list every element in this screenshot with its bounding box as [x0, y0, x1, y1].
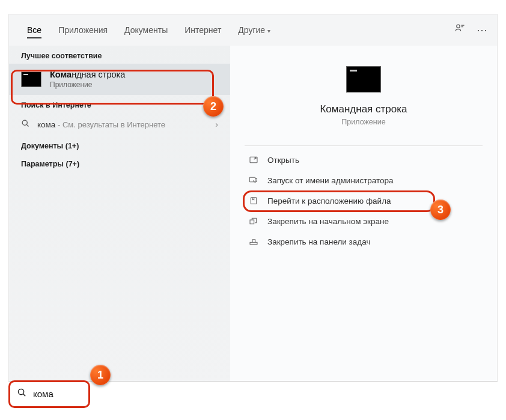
feedback-icon[interactable] — [454, 22, 466, 37]
svg-rect-4 — [249, 177, 255, 181]
web-result-text: кома - См. результаты в Интернете — [37, 120, 165, 129]
detail-title: Командная строка — [320, 103, 407, 115]
svg-point-0 — [457, 25, 460, 28]
app-large-icon — [346, 66, 381, 93]
action-open[interactable]: Открыть — [230, 150, 497, 170]
action-pin-taskbar[interactable]: Закрепить на панели задач — [230, 231, 497, 252]
svg-line-9 — [23, 394, 26, 397]
chevron-right-icon: › — [215, 120, 218, 129]
svg-rect-7 — [250, 242, 257, 244]
pin-start-icon — [248, 216, 259, 226]
tab-all[interactable]: Все — [19, 17, 50, 43]
best-match-item[interactable]: Командная строка Приложение — [9, 64, 230, 95]
section-settings[interactable]: Параметры (7+) — [9, 154, 230, 172]
search-icon — [21, 119, 30, 130]
action-pin-start[interactable]: Закрепить на начальном экране — [230, 211, 497, 231]
pin-taskbar-icon — [248, 237, 259, 246]
tab-apps[interactable]: Приложения — [50, 17, 116, 43]
best-match-title: Командная строка — [50, 70, 125, 79]
web-search-result[interactable]: кома - См. результаты в Интернете › — [9, 113, 230, 136]
svg-point-8 — [18, 389, 23, 394]
svg-rect-6 — [250, 220, 254, 224]
action-location-label: Перейти к расположению файла — [267, 196, 391, 205]
results-list: Лучшее соответствие Командная строка При… — [9, 46, 230, 406]
action-open-location[interactable]: Перейти к расположению файла — [230, 190, 497, 211]
detail-subtitle: Приложение — [341, 118, 385, 126]
open-icon — [248, 155, 259, 165]
svg-point-1 — [22, 120, 27, 125]
tab-web[interactable]: Интернет — [176, 17, 230, 43]
folder-icon — [248, 196, 259, 205]
tab-documents[interactable]: Документы — [116, 17, 176, 43]
action-run-admin-label: Запуск от имени администратора — [267, 176, 394, 185]
action-open-label: Открыть — [267, 156, 299, 165]
search-bar[interactable] — [8, 381, 498, 406]
best-match-subtitle: Приложение — [50, 81, 125, 89]
chevron-down-icon: ▾ — [267, 28, 270, 34]
section-web-search: Поиск в Интернете — [9, 95, 230, 113]
svg-line-2 — [26, 124, 28, 126]
section-best-match: Лучшее соответствие — [9, 46, 230, 64]
action-run-as-admin[interactable]: Запуск от имени администратора — [230, 170, 497, 190]
section-documents[interactable]: Документы (1+) — [9, 136, 230, 154]
search-icon — [17, 388, 27, 400]
divider — [245, 145, 483, 146]
shield-icon — [248, 175, 259, 185]
filter-tabs: Все Приложения Документы Интернет Другие… — [9, 14, 497, 46]
action-pin-start-label: Закрепить на начальном экране — [267, 217, 389, 226]
action-pin-taskbar-label: Закрепить на панели задач — [267, 237, 370, 246]
search-input[interactable] — [33, 389, 489, 399]
start-search-panel: Все Приложения Документы Интернет Другие… — [8, 14, 498, 406]
detail-pane: Командная строка Приложение Открыть Запу… — [230, 46, 497, 406]
more-options-icon[interactable]: ⋯ — [477, 23, 487, 37]
svg-rect-5 — [251, 198, 256, 204]
cmd-icon — [21, 72, 41, 87]
tab-more[interactable]: Другие▾ — [230, 17, 279, 43]
